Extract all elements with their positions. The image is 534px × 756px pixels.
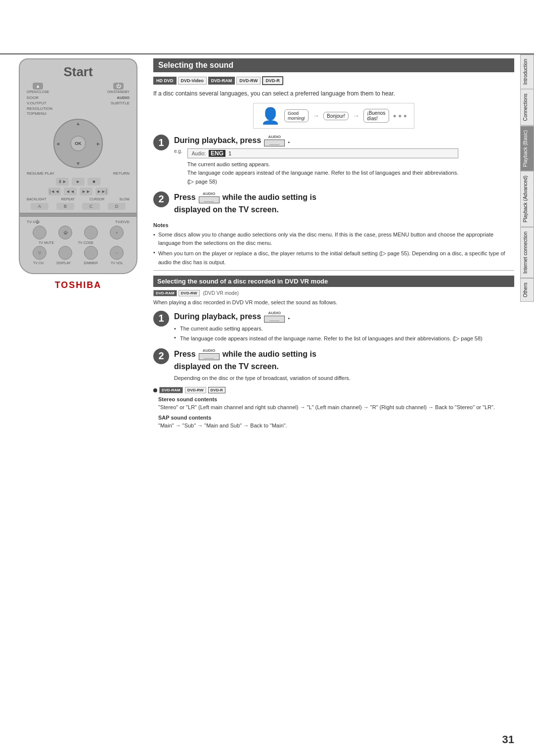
disc-badges-row: HD DVD DVD-Video DVD-RAM DVD-RW DVD-R [153, 76, 514, 85]
bullet-badges-row: DVD-RAM DVD-RW DVD-R [153, 387, 514, 393]
btn-b[interactable]: B [56, 203, 74, 210]
remote-top-row: ▲ OPEN/CLOSE ⏻ ON/STANDBY [27, 83, 130, 94]
on-standby-label: ON/STANDBY [107, 90, 130, 94]
dpad-right[interactable]: ► [96, 141, 101, 146]
return-label: RETURN [113, 171, 130, 176]
arrow-icon2: → [353, 112, 359, 120]
subtitle-label: SUBTITLE [111, 101, 130, 105]
playback-row1: ⏸► ► ■ [27, 178, 130, 186]
resume-return-row: RESUME PLAY RETURN [27, 171, 130, 176]
ok-button[interactable]: OK [70, 136, 86, 151]
rewind-button[interactable]: ◄◄ [64, 188, 77, 195]
cursor-label: CURSOR [89, 197, 104, 201]
vr-step2-title: Press AUDIO ____ while the audio setting… [174, 348, 514, 360]
speech-bubble-3: ¡Buenosdías! [363, 109, 389, 123]
notes-title: Notes [153, 221, 514, 230]
tab-introduction[interactable]: Introduction [520, 54, 534, 89]
badge-dvd-rw: DVD-RW [236, 77, 261, 85]
btn-a[interactable]: A [31, 203, 48, 210]
tv-vol-label: TV VOL [111, 261, 123, 265]
arrow-icon: → [312, 112, 319, 120]
tv-labels-row: TV MUTE TV CODE [27, 241, 130, 244]
start-label: Start [27, 64, 130, 80]
eg-display: Audio: ENG 1 [187, 148, 459, 158]
btn-c[interactable]: C [82, 203, 100, 210]
step2-title-suffix: while the audio setting is [222, 193, 316, 202]
dpad-left[interactable]: ◄ [55, 141, 60, 146]
tv-labels-row2: TV CH DISPLAY DIMMER TV VOL [27, 261, 130, 265]
stop-button[interactable]: ■ [88, 178, 100, 186]
fast-forward-button[interactable]: ►► [80, 188, 92, 195]
btn-d[interactable]: D [108, 203, 126, 210]
note-item-1: Some discs allow you to change audio sel… [153, 231, 514, 247]
remote-divider [20, 213, 136, 217]
bullet-dot [153, 388, 157, 392]
tab-others[interactable]: Others [520, 278, 534, 302]
tv-code-circle[interactable] [84, 226, 98, 239]
eg-box: e.g. Audio: ENG 1 The current audio sett… [174, 148, 514, 187]
sap-sound-section: SAP sound contents "Main" → "Sub" → "Mai… [153, 415, 514, 430]
prev-chapter-button[interactable]: |◄◄ [48, 188, 61, 195]
eject-button[interactable]: ▲ [33, 83, 43, 90]
tv-display-circle[interactable] [58, 246, 72, 260]
person-icon: 👤 [261, 106, 280, 125]
vr-depends-text: Depending on the disc or the type of bro… [174, 374, 514, 382]
audio-display-value: ENG [209, 150, 225, 157]
vr-step1-suffix: . [288, 312, 290, 321]
backlight-label: BACKLIGHT [27, 197, 46, 201]
play-button[interactable]: ► [72, 178, 85, 186]
tv-dimmer-circle[interactable] [84, 246, 98, 260]
tv-power-label: TV I/⏻ [27, 220, 39, 224]
tv-ch-circle[interactable]: ▽ [33, 246, 46, 260]
topmenu-label: TOPMENU [27, 111, 130, 116]
audio-button-step2[interactable]: AUDIO ____ [199, 191, 220, 203]
audio-button-vr-step1[interactable]: AUDIO ____ [264, 311, 285, 323]
page-number: 31 [502, 733, 514, 746]
tv-power-circle[interactable]: ⏻ [58, 226, 72, 239]
section-header: Selecting the sound [153, 58, 514, 72]
tab-internet-connection[interactable]: Internet connection [520, 227, 534, 278]
vr-step1-prefix: During playback, press [174, 312, 261, 321]
vr-step1-bullet2: • The language code appears instead of t… [174, 333, 514, 343]
vr-step2-container: 2 Press AUDIO ____ while the audio setti… [153, 348, 514, 382]
toshiba-brand: TOSHIBA [55, 280, 102, 290]
bullet-badge-dvd-ram: DVD-RAM [159, 387, 183, 393]
vr-step1-title: During playback, press AUDIO ____ . [174, 311, 514, 323]
dpad-up[interactable]: ▲ [76, 121, 81, 126]
divider [153, 270, 514, 271]
tv-plus-circle[interactable]: + [110, 226, 124, 239]
tv-mute-circle[interactable] [33, 226, 46, 239]
dpad[interactable]: ▲ ▼ ◄ ► OK [53, 119, 103, 168]
badge-dvd-video: DVD-Video [178, 77, 207, 85]
tv-top-row: TV I/⏻ TV/DVD [27, 220, 130, 224]
resolution-label: RESOLUTION [27, 106, 130, 111]
audio-display-num: 1 [228, 150, 231, 156]
ellipsis: ● ● ● [393, 112, 407, 119]
sap-sound-text: "Main" → "Sub" → "Main and Sub" → Back t… [158, 422, 514, 430]
right-tabs: Introduction Connections Playback (Basic… [520, 54, 534, 302]
intro-text: If a disc contains several languages, yo… [153, 89, 514, 98]
pause-play-button[interactable]: ⏸► [56, 178, 69, 186]
stereo-sound-text: "Stereo" or "LR" (Left main channel and … [158, 403, 514, 412]
tab-playback-advanced[interactable]: Playback (Advanced) [520, 171, 534, 227]
main-content: Selecting the sound HD DVD DVD-Video DVD… [148, 58, 514, 736]
power-button[interactable]: ⏻ [113, 83, 124, 90]
tv-circles-row2: ▽ − [27, 246, 130, 260]
tv-ch-label: TV CH [33, 261, 44, 265]
tv-vol-minus-circle[interactable]: − [110, 246, 124, 260]
dpad-down[interactable]: ▼ [76, 161, 81, 166]
vr-mode-note: (DVD VR mode) [203, 290, 239, 296]
remote-control: Start ▲ OPEN/CLOSE ⏻ ON/STANDBY DOOR AUD… [19, 58, 137, 274]
illustration-area: 👤 Goodmorning! → Bonjour! → ¡Buenosdías!… [153, 103, 514, 129]
audio-button-vr-step2[interactable]: AUDIO ____ [199, 348, 220, 360]
audio-button-step1[interactable]: AUDIO ____ [264, 135, 285, 146]
tab-connections[interactable]: Connections [520, 89, 534, 126]
tab-playback-basic[interactable]: Playback (Basic) [520, 126, 534, 171]
next-chapter-button[interactable]: ►►| [95, 188, 108, 195]
audio-label-remote: AUDIO [117, 95, 130, 100]
top-rule [0, 53, 534, 54]
step1-content: During playback, press AUDIO ____ . e.g.… [174, 135, 514, 187]
step2-title: Press AUDIO ____ while the audio setting… [174, 191, 514, 203]
step2-content: Press AUDIO ____ while the audio setting… [174, 191, 514, 216]
tv-dvd-label: TV/DVD [115, 220, 130, 224]
